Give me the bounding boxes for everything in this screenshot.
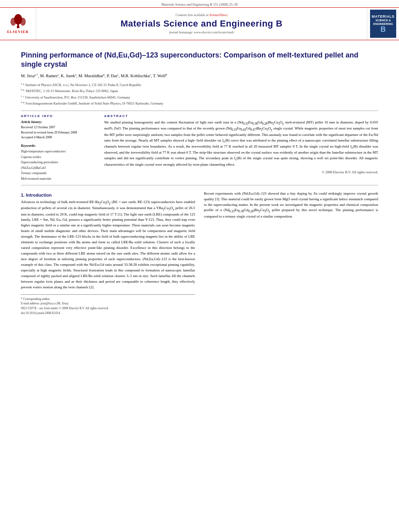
footnote-doi: doi:10.1016/j.mseb.2008.03.014	[21, 311, 195, 316]
footnote-email: E-mail address: jirsa@fzu.cz (M. Jirsa).	[21, 301, 195, 306]
affiliation-d: d ᵈ Forschungszentrum Karlsruhe GmbH, In…	[21, 100, 378, 106]
received-date: Received 12 October 2007	[21, 125, 95, 130]
contents-available-text: Contents lists available at	[176, 13, 210, 17]
keyword-5: Ternary compounds	[21, 170, 95, 176]
divider-2	[21, 185, 378, 185]
elsevier-tree-icon	[9, 14, 27, 29]
mseb-logo: MATERIALS SCIENCE & ENGINEERING B	[370, 10, 396, 38]
keyword-4: (Nd,Eu,Gd)BaCuO	[21, 165, 95, 171]
authors: M. Jirsaa,*, M. Ramesa, K. Jureka, M. Mu…	[21, 73, 378, 79]
received-revised-date: Received in revised form 20 February 200…	[21, 130, 95, 136]
svg-point-3	[20, 18, 26, 26]
article-history-label: Article history:	[21, 120, 95, 124]
svg-point-2	[10, 18, 16, 26]
intro-body-right: Recent experiments with (Nd,Eu,Gd)–123 s…	[204, 191, 378, 220]
header-banner: ELSEVIER Contents lists available at Sci…	[0, 7, 399, 40]
footnote-issn: 0921-5107/$ – see front matter © 2008 El…	[21, 306, 195, 311]
journal-title-banner: Materials Science and Engineering B	[121, 18, 283, 29]
sciencedirect-line: Contents lists available at ScienceDirec…	[176, 13, 228, 17]
mseb-label-2: SCIENCE &	[375, 19, 391, 22]
sciencedirect-link[interactable]: ScienceDirect	[210, 13, 228, 17]
article-title: Pinning performance of (Nd,Eu,Gd)–123 su…	[21, 51, 378, 70]
abstract-text: We studied pinning homogeneity and the c…	[104, 120, 378, 168]
mseb-label-b: B	[380, 26, 386, 33]
accepted-date: Accepted 4 March 2008	[21, 135, 95, 140]
affiliation-c: c ᶜ University of Saarbruecken, P.O. Box…	[21, 94, 378, 100]
mseb-label-3: ENGINEERING	[373, 23, 393, 25]
intro-body-left: Advances in technology of bulk melt-text…	[21, 199, 195, 290]
abstract-col: ABSTRACT We studied pinning homogeneity …	[104, 114, 378, 182]
page: Materials Science and Engineering B 151 …	[0, 0, 399, 532]
body-columns: 1. Introduction Advances in technology o…	[21, 191, 378, 315]
footnote-star: * Corresponding author.	[21, 297, 195, 302]
header-center: Contents lists available at ScienceDirec…	[36, 8, 367, 40]
article-info-heading: ARTICLE INFO	[21, 114, 95, 118]
authors-text: M. Jirsaa,*, M. Ramesa, K. Jureka, M. Mu…	[21, 74, 167, 78]
keyword-1: High-temperature superconductors	[21, 149, 95, 154]
body-left-col: 1. Introduction Advances in technology o…	[21, 191, 195, 315]
affiliation-a: a ᵃ Institute of Physics ASCR, v.v.i, Na…	[21, 82, 378, 88]
body-right-col: Recent experiments with (Nd,Eu,Gd)–123 s…	[204, 191, 378, 315]
mseb-logo-container: MATERIALS SCIENCE & ENGINEERING B	[367, 8, 399, 40]
keyword-3: Superconducting perovskites	[21, 160, 95, 165]
elsevier-logo-container: ELSEVIER	[0, 8, 36, 40]
keywords-label: Keywords:	[21, 144, 95, 148]
journal-header-top: Materials Science and Engineering B 151 …	[0, 0, 399, 7]
divider-1	[21, 111, 378, 111]
svg-rect-4	[17, 23, 19, 27]
affiliation-b: b ᵇ SRI/ISTEC, 1-10-13 Shinonome, Koto-K…	[21, 88, 378, 94]
abstract-heading: ABSTRACT	[104, 114, 378, 118]
keyword-6: Melt-textured materials	[21, 176, 95, 182]
affiliations: a ᵃ Institute of Physics ASCR, v.v.i, Na…	[21, 82, 378, 107]
keyword-2: Cuprous oxides	[21, 154, 95, 160]
elsevier-logo: ELSEVIER	[7, 14, 29, 34]
copyright-line: © 2008 Elsevier B.V. All rights reserved…	[104, 170, 378, 174]
intro-heading: 1. Introduction	[21, 193, 195, 197]
footnote-section: * Corresponding author. E-mail address: …	[21, 294, 195, 316]
journal-homepage: journal homepage: www.elsevier.com/locat…	[169, 31, 234, 34]
mseb-label-1: MATERIALS	[372, 14, 394, 18]
journal-citation: Materials Science and Engineering B 151 …	[161, 2, 238, 6]
main-content: Pinning performance of (Nd,Eu,Gd)–123 su…	[0, 40, 399, 323]
two-col-info-abstract: ARTICLE INFO Article history: Received 1…	[21, 114, 378, 182]
article-info-col: ARTICLE INFO Article history: Received 1…	[21, 114, 95, 182]
elsevier-wordmark: ELSEVIER	[7, 30, 29, 34]
